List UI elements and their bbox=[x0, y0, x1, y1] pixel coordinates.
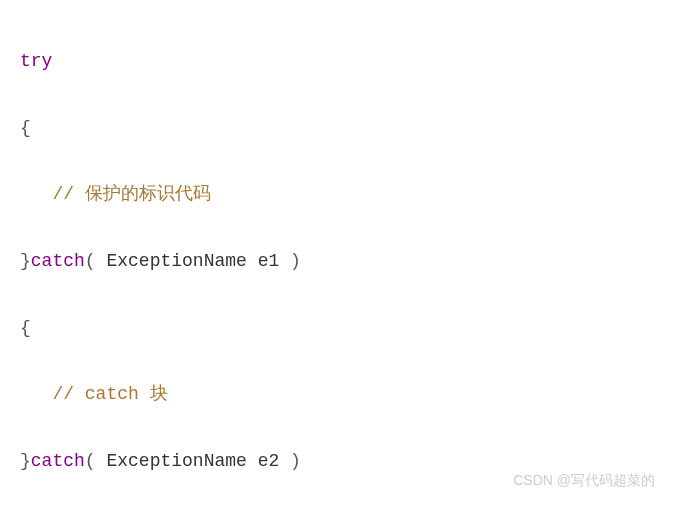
watermark-text: CSDN @写代码超菜的 bbox=[513, 468, 655, 494]
exception-var: e1 bbox=[247, 251, 279, 271]
exception-var: e2 bbox=[247, 451, 279, 471]
paren-open: ( bbox=[85, 451, 107, 471]
keyword-try: try bbox=[20, 51, 52, 71]
paren-open: ( bbox=[85, 251, 107, 271]
code-line: try bbox=[20, 45, 653, 78]
code-comment: // 保护的标识代码 bbox=[52, 184, 210, 204]
brace-open: { bbox=[20, 118, 31, 138]
code-line: { bbox=[20, 112, 653, 145]
code-comment: // catch 块 bbox=[52, 384, 167, 404]
code-line: }catch( ExceptionName e1 ) bbox=[20, 245, 653, 278]
paren-close: ) bbox=[279, 451, 301, 471]
brace-open: { bbox=[20, 318, 31, 338]
code-line: // 保护的标识代码 bbox=[20, 178, 653, 211]
exception-type: ExceptionName bbox=[106, 451, 246, 471]
brace-close: } bbox=[20, 451, 31, 471]
keyword-catch: catch bbox=[31, 451, 85, 471]
exception-type: ExceptionName bbox=[106, 251, 246, 271]
code-line: // catch 块 bbox=[20, 378, 653, 411]
code-line: { bbox=[20, 312, 653, 345]
keyword-catch: catch bbox=[31, 251, 85, 271]
brace-close: } bbox=[20, 251, 31, 271]
code-snippet: try { // 保护的标识代码 }catch( ExceptionName e… bbox=[20, 12, 653, 506]
paren-close: ) bbox=[279, 251, 301, 271]
